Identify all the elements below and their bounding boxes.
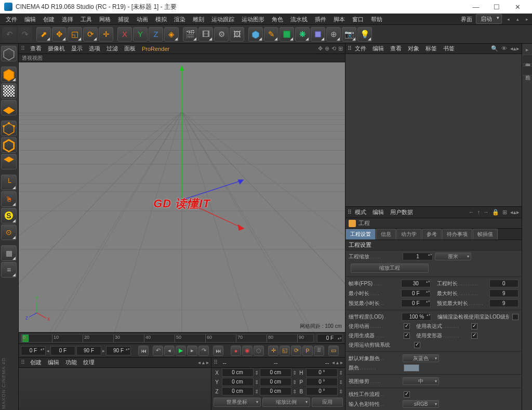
layout-prev-icon[interactable]: ◂ (505, 16, 511, 22)
vp-layout-icon[interactable]: ⊞ (338, 45, 343, 52)
layout-dropdown[interactable]: 启动 (476, 14, 502, 24)
keyframe-sel-button[interactable]: ◌ (254, 346, 264, 356)
attr-up-icon[interactable]: ↑ (477, 209, 481, 216)
panel-grip-icon[interactable]: ⠿ (348, 45, 352, 52)
menu-文件[interactable]: 文件 (2, 16, 21, 22)
camera-button[interactable]: 📷 (342, 27, 356, 42)
ommenu-编辑[interactable]: 编辑 (369, 45, 387, 51)
attr-tab-3[interactable]: 参考 (422, 229, 442, 240)
attr-scale-field[interactable]: 1▴▾ (403, 253, 433, 260)
select-tool[interactable]: ⬈ (36, 27, 51, 42)
panel-options-icon[interactable]: ◂▴▸ (510, 209, 520, 216)
menu-流水线[interactable]: 流水线 (287, 16, 311, 22)
attr-prevmin-field[interactable]: 0 F▴▾ (401, 299, 430, 307)
attr-anim-checkbox[interactable] (404, 323, 410, 329)
goto-end-button[interactable]: ⏭ (213, 346, 223, 356)
panel-grip-icon[interactable]: ⠿ (21, 359, 25, 366)
menu-选择[interactable]: 选择 (58, 16, 77, 22)
pos-key-button[interactable]: ✛ (268, 346, 278, 356)
rotate-tool[interactable]: ⟳ (83, 27, 98, 42)
panel-options-icon[interactable]: ▸ (526, 47, 528, 52)
texture-mode-button[interactable] (1, 83, 17, 99)
attr-tab-1[interactable]: 信息 (376, 229, 396, 240)
next-key-button[interactable]: ↷ (198, 346, 209, 356)
minimize-button[interactable]: — (466, 0, 486, 14)
coord-rot-field[interactable]: 0 ° (306, 387, 338, 395)
layers-button[interactable]: ≡ (1, 262, 17, 277)
attr-lock-icon[interactable]: 🔒 (492, 209, 499, 216)
rot-key-button[interactable]: ⟳ (291, 346, 301, 356)
timeline-ruler[interactable]: 0102030405060708090 0 F▴▾ (19, 332, 345, 343)
deformer-button[interactable] (311, 27, 325, 42)
axis-y-toggle[interactable]: Y (133, 27, 148, 42)
om-eye-icon[interactable]: 👁 (501, 45, 507, 51)
coord-scale-dropdown[interactable]: 缩放比例 (262, 398, 310, 407)
coord-apply-button[interactable]: 应用 (312, 398, 343, 407)
move-tool[interactable]: ✥ (52, 27, 66, 42)
vp-rotate-icon[interactable]: ⟲ (331, 45, 336, 52)
next-frame-button[interactable]: ▸ (187, 346, 197, 356)
menu-插件[interactable]: 插件 (311, 16, 330, 22)
attr-minlen-field[interactable]: 0 F▴▾ (401, 289, 430, 297)
attr-color-swatch[interactable] (404, 364, 419, 372)
autokey-button[interactable]: ◉ (242, 346, 252, 356)
attr-lod-field[interactable]: 100 %▴▾ (402, 313, 431, 321)
right-tab-layers[interactable]: 构造 (522, 66, 532, 75)
attr-fwd-icon[interactable]: → (483, 209, 489, 216)
environment-button[interactable]: ⊕ (326, 27, 341, 42)
attr-lodrender-checkbox[interactable] (512, 314, 518, 320)
render-region-button[interactable]: 🎞 (198, 27, 213, 42)
mograph-button[interactable]: ❋ (295, 27, 310, 42)
model-mode-button[interactable] (1, 67, 17, 82)
prev-frame-button[interactable]: ◂ (164, 346, 175, 356)
coord-pos-field[interactable]: 0 cm (222, 368, 254, 377)
render-settings-button[interactable]: ⚙ (214, 27, 229, 42)
last-tool[interactable]: ✛ (99, 27, 113, 42)
pla-key-button[interactable]: ⠿ (314, 346, 324, 356)
axis-z-toggle[interactable]: Z (149, 27, 163, 42)
generator-button[interactable] (280, 27, 294, 42)
panel-options-icon[interactable]: ◂ ▴ ▸ (198, 360, 209, 365)
attr-deform-checkbox[interactable] (471, 333, 477, 339)
coord-rot-field[interactable]: 0 ° (306, 368, 338, 377)
range-start-field[interactable]: 0 F (50, 346, 75, 355)
menu-创建[interactable]: 创建 (39, 16, 58, 22)
panel-grip-icon[interactable]: ⠿ (214, 359, 218, 366)
picture-viewer-button[interactable]: 🖼 (230, 27, 244, 42)
panel-grip-icon[interactable]: ⠿ (348, 209, 352, 216)
ommenu-文件[interactable]: 文件 (352, 45, 369, 51)
ommenu-标签[interactable]: 标签 (422, 45, 440, 51)
polygon-mode-button[interactable] (1, 154, 17, 169)
record-button[interactable]: ● (231, 346, 241, 356)
coord-pos-field[interactable]: 0 cm (222, 378, 254, 386)
attr-motion-checkbox[interactable] (414, 342, 420, 348)
menu-渲染[interactable]: 渲染 (170, 16, 189, 22)
param-key-button[interactable]: P (302, 346, 313, 356)
close-button[interactable]: ✕ (507, 0, 528, 14)
scale-tool[interactable]: ◱ (68, 27, 82, 42)
timeline-window-button[interactable]: ▭ (328, 346, 339, 356)
viewport-prorender-menu[interactable]: ProRender (139, 46, 172, 52)
attrmenu-编辑[interactable]: 编辑 (369, 209, 387, 215)
menu-动画[interactable]: 动画 (133, 16, 152, 22)
vpmenu-查看[interactable]: 查看 (27, 45, 45, 51)
panel-options-icon[interactable]: ◂▴▸ (510, 45, 520, 51)
vpmenu-面板[interactable]: 面板 (121, 45, 139, 51)
prev-key-button[interactable]: ↶ (153, 346, 163, 356)
menu-模拟[interactable]: 模拟 (152, 16, 170, 22)
make-editable-button[interactable] (1, 46, 17, 61)
attr-menu-icon[interactable]: ⊞ (502, 209, 507, 216)
om-search-icon[interactable]: 🔍 (491, 45, 498, 51)
attr-tab-5[interactable]: 帧插值 (473, 229, 498, 240)
layout-next-icon[interactable]: ▸ (524, 16, 530, 22)
right-tab-structure[interactable]: 内容浏览器 (522, 55, 532, 64)
workplane-button[interactable] (1, 100, 17, 115)
attr-scale-unit-dropdown[interactable]: 厘米 (435, 253, 471, 260)
coord-size-field[interactable]: 0 cm (260, 387, 291, 395)
current-frame-field[interactable]: 0 F▴▾ (21, 346, 46, 355)
viewport-solo-button[interactable]: ▦ (1, 245, 17, 261)
vp-nav-icon[interactable]: ✥ (318, 45, 323, 52)
attr-scale-project-button[interactable]: 缩放工程 (351, 263, 429, 273)
scale-key-button[interactable]: ◱ (280, 346, 290, 356)
snap-toggle-button[interactable]: S (1, 208, 17, 223)
